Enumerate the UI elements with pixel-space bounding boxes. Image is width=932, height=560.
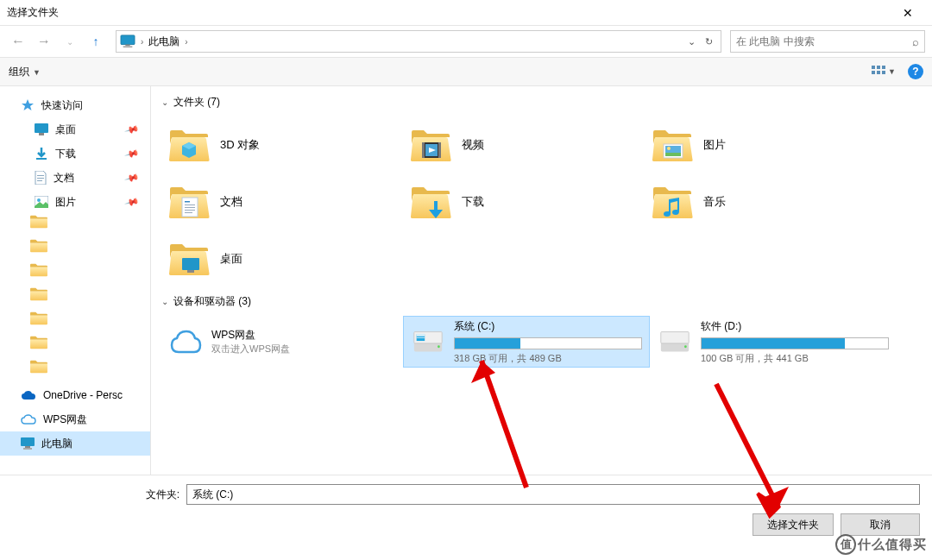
svg-rect-38	[187, 270, 194, 273]
folder-downloads[interactable]: 下载	[403, 173, 645, 230]
folder-path-input[interactable]	[186, 484, 920, 505]
organize-menu[interactable]: 组织▼	[9, 65, 41, 79]
folder-icon[interactable]	[29, 214, 48, 230]
sidebar-item-downloads[interactable]: 下载 📌	[0, 142, 150, 166]
nav-up-button[interactable]: ↑	[85, 30, 107, 53]
nav-back-button[interactable]: ←	[7, 30, 29, 53]
view-options-button[interactable]: ▼	[872, 66, 896, 78]
desktop-icon	[35, 123, 48, 135]
drive-c[interactable]: 系统 (C:) 318 GB 可用，共 489 GB	[403, 316, 650, 368]
svg-point-30	[667, 147, 671, 150]
usage-bar	[701, 337, 889, 349]
svg-rect-34	[185, 207, 195, 208]
cancel-button[interactable]: 取消	[841, 513, 920, 536]
svg-rect-3	[121, 35, 135, 45]
sidebar-item-label: 下载	[55, 147, 76, 161]
svg-rect-33	[185, 204, 195, 205]
folder-pictures[interactable]: 图片	[645, 116, 886, 173]
folder-icon	[168, 181, 210, 223]
folder-3dobjects[interactable]: 3D 对象	[161, 116, 403, 173]
folder-music[interactable]: 音乐	[645, 173, 886, 230]
folder-videos[interactable]: 视频	[403, 116, 645, 173]
view-icon	[872, 66, 885, 78]
wps-cloud-icon	[21, 414, 36, 425]
sidebar-item-documents[interactable]: 文档 📌	[0, 166, 150, 190]
sidebar-item-onedrive[interactable]: OneDrive - Persc	[0, 383, 150, 407]
nav-forward-button[interactable]: →	[33, 30, 55, 53]
folder-label: 下载	[462, 194, 484, 210]
folder-desktop[interactable]: 桌面	[161, 230, 403, 287]
folder-icon[interactable]	[29, 238, 48, 254]
search-icon[interactable]: ⌕	[912, 35, 919, 48]
folder-icon[interactable]	[29, 262, 48, 278]
sidebar-item-thispc[interactable]: 此电脑	[0, 431, 150, 456]
sidebar-item-label: WPS网盘	[43, 412, 87, 427]
select-folder-button[interactable]: 选择文件夹	[753, 513, 834, 536]
section-header-folders[interactable]: ⌄ 文件夹 (7)	[161, 95, 922, 110]
svg-rect-10	[877, 71, 880, 74]
svg-rect-13	[39, 133, 44, 135]
download-icon	[35, 147, 48, 160]
svg-rect-9	[872, 71, 875, 74]
folder-icon	[410, 124, 451, 166]
document-icon	[35, 171, 47, 185]
usage-bar	[454, 337, 642, 349]
folder-icon[interactable]	[29, 335, 48, 350]
pin-icon: 📌	[124, 170, 141, 186]
address-dropdown-button[interactable]: ⌄	[683, 36, 700, 47]
folder-icon[interactable]	[29, 359, 48, 374]
sidebar-item-label: 此电脑	[41, 437, 72, 451]
address-bar[interactable]: › 此电脑 › ⌄ ↻	[116, 30, 721, 53]
help-button[interactable]: ?	[908, 64, 923, 79]
usage-fill	[702, 338, 845, 349]
svg-rect-21	[25, 446, 30, 448]
folder-label: 音乐	[703, 194, 726, 210]
pin-icon: 📌	[124, 146, 141, 161]
drive-d[interactable]: 软件 (D:) 100 GB 可用，共 441 GB	[650, 316, 897, 368]
folder-documents[interactable]: 文档	[161, 173, 403, 230]
folder-icon[interactable]	[29, 311, 48, 326]
folder-label: 3D 对象	[220, 137, 260, 153]
sidebar-item-label: 文档	[54, 171, 74, 186]
close-button[interactable]: ✕	[891, 6, 925, 20]
svg-point-19	[37, 198, 41, 202]
search-input[interactable]	[736, 35, 912, 47]
window-title: 选择文件夹	[7, 5, 891, 20]
folder-icon	[168, 238, 210, 280]
breadcrumb-thispc[interactable]: 此电脑	[148, 35, 179, 49]
pin-icon: 📌	[124, 122, 141, 137]
nav-recent-dd[interactable]: ⌄	[59, 30, 81, 53]
section-header-drives[interactable]: ⌄ 设备和驱动器 (3)	[161, 294, 922, 309]
sidebar-item-pictures[interactable]: 图片 📌	[0, 190, 150, 214]
folder-label: 图片	[703, 137, 726, 153]
svg-rect-6	[872, 66, 875, 69]
folder-label: 桌面	[220, 251, 242, 267]
sidebar-item-wps[interactable]: WPS网盘	[0, 407, 150, 431]
search-box[interactable]: ⌕	[730, 30, 925, 53]
drive-wps[interactable]: WPS网盘 双击进入WPS网盘	[161, 316, 403, 368]
sidebar-item-desktop[interactable]: 桌面 📌	[0, 117, 150, 142]
svg-rect-40	[417, 334, 425, 336]
sidebar-item-quick-access[interactable]: 快速访问	[0, 93, 150, 117]
folder-icon	[652, 124, 693, 166]
breadcrumb-sep: ›	[185, 37, 187, 47]
sidebar-item-label: 快速访问	[41, 98, 83, 113]
this-pc-icon	[21, 437, 35, 450]
drive-stat: 318 GB 可用，共 489 GB	[454, 352, 642, 365]
folder-field-label: 文件夹:	[140, 488, 179, 502]
drive-name: WPS网盘	[211, 328, 290, 343]
folder-icon	[410, 181, 451, 223]
svg-rect-12	[35, 123, 48, 133]
drive-stat: 100 GB 可用，共 441 GB	[701, 352, 889, 365]
sidebar-item-label: 桌面	[55, 123, 76, 137]
drive-hint: 双击进入WPS网盘	[211, 343, 290, 356]
this-pc-icon	[120, 35, 135, 48]
pictures-icon	[35, 196, 48, 208]
svg-rect-7	[877, 66, 880, 69]
address-refresh-button[interactable]: ↻	[700, 36, 717, 47]
svg-rect-16	[37, 178, 44, 179]
section-label: 设备和驱动器 (3)	[173, 294, 251, 309]
folder-icon[interactable]	[29, 286, 48, 302]
drive-icon	[658, 324, 692, 359]
usage-fill	[455, 338, 520, 349]
